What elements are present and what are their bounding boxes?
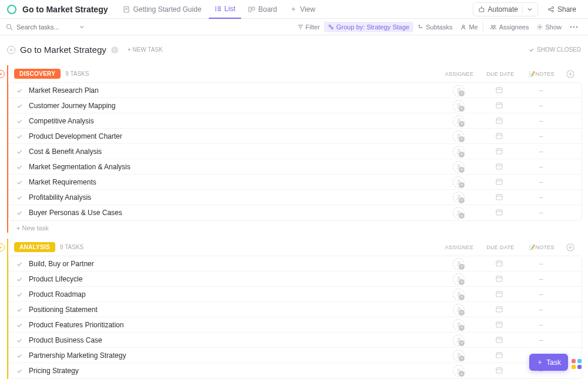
task-row[interactable]: Market Research Plan– <box>9 83 582 98</box>
due-date-cell[interactable] <box>479 208 520 217</box>
notes-cell[interactable]: – <box>520 336 562 344</box>
assignee-cell[interactable] <box>438 334 479 346</box>
due-date-cell[interactable] <box>479 193 520 202</box>
assignees-button[interactable]: Assignees <box>486 22 533 32</box>
tab-board[interactable]: Board <box>242 0 283 19</box>
subtasks-button[interactable]: Subtasks <box>413 22 456 32</box>
check-icon[interactable] <box>16 260 23 267</box>
group-label[interactable]: DISCOVERY <box>14 69 61 79</box>
check-icon[interactable] <box>16 194 23 201</box>
check-icon[interactable] <box>16 133 23 140</box>
notes-cell[interactable]: – <box>520 321 562 329</box>
task-row[interactable]: Product Roadmap– <box>9 287 582 302</box>
task-row[interactable]: Product Development Charter– <box>9 129 582 144</box>
notes-cell[interactable]: – <box>520 86 562 95</box>
check-icon[interactable] <box>16 163 23 170</box>
task-row[interactable]: Customer Journey Mapping– <box>9 98 582 113</box>
task-row[interactable]: Market Segmentation & Analysis– <box>9 159 582 175</box>
app-logo[interactable] <box>7 5 16 14</box>
task-row[interactable]: Product Lifecycle– <box>9 271 582 287</box>
search-input[interactable] <box>16 24 75 31</box>
check-icon[interactable] <box>16 209 23 216</box>
task-row[interactable]: Positioning Statement– <box>9 302 582 317</box>
assignee-cell[interactable] <box>438 192 479 203</box>
due-date-cell[interactable] <box>479 259 520 269</box>
notes-cell[interactable]: – <box>520 132 562 140</box>
assignee-cell[interactable] <box>438 176 479 188</box>
assignee-cell[interactable] <box>438 85 479 96</box>
new-task-row[interactable]: + New task <box>8 221 582 233</box>
more-button[interactable] <box>566 24 582 30</box>
group-collapse-caret[interactable] <box>0 243 5 251</box>
assignee-cell[interactable] <box>438 258 479 270</box>
assignee-cell[interactable] <box>438 100 479 112</box>
due-date-cell[interactable] <box>479 162 520 172</box>
task-row[interactable]: Cost & Benefit Analysis– <box>9 144 582 159</box>
show-closed-button[interactable]: SHOW CLOSED <box>529 46 581 53</box>
check-icon[interactable] <box>16 337 23 344</box>
col-due-date[interactable]: DUE DATE <box>480 244 521 250</box>
collapse-caret[interactable] <box>7 46 15 54</box>
group-collapse-caret[interactable] <box>0 70 5 78</box>
due-date-cell[interactable] <box>479 305 520 314</box>
notes-cell[interactable]: – <box>520 163 562 171</box>
group-by-button[interactable]: Group by: Strategy Stage <box>324 22 413 32</box>
new-task-link[interactable]: + NEW TASK <box>128 46 163 53</box>
assignee-cell[interactable] <box>438 130 479 142</box>
check-icon[interactable] <box>16 87 23 94</box>
due-date-cell[interactable] <box>479 366 520 375</box>
task-row[interactable]: Build, Buy or Partner– <box>9 256 582 271</box>
notes-cell[interactable]: – <box>520 147 562 156</box>
col-assignee[interactable]: ASSIGNEE <box>439 71 480 77</box>
col-notes[interactable]: 📝NOTES <box>521 71 562 77</box>
task-row[interactable]: Profitability Analysis– <box>9 190 582 205</box>
check-icon[interactable] <box>16 291 23 298</box>
col-due-date[interactable]: DUE DATE <box>480 71 521 77</box>
notes-cell[interactable]: – <box>520 178 562 186</box>
col-assignee[interactable]: ASSIGNEE <box>439 244 480 250</box>
due-date-cell[interactable] <box>479 132 520 141</box>
check-icon[interactable] <box>16 276 23 283</box>
task-row[interactable]: Partnership Marketing Strategy– <box>9 348 582 363</box>
assignee-cell[interactable] <box>438 350 479 361</box>
add-column-button[interactable] <box>562 243 579 251</box>
tab-list[interactable]: List <box>209 0 242 19</box>
task-row[interactable]: Pricing Strategy– <box>9 363 582 378</box>
me-button[interactable]: Me <box>456 22 483 32</box>
check-icon[interactable] <box>16 352 23 359</box>
tab-getting-started[interactable]: Getting Started Guide <box>117 0 207 19</box>
due-date-cell[interactable] <box>479 86 520 95</box>
notes-cell[interactable]: – <box>520 260 562 268</box>
notes-cell[interactable]: – <box>520 290 562 298</box>
group-label[interactable]: ANALYSIS <box>14 242 55 252</box>
filter-button[interactable]: Filter <box>293 22 324 32</box>
assignee-cell[interactable] <box>438 365 479 377</box>
assignee-cell[interactable] <box>438 146 479 157</box>
assignee-cell[interactable] <box>438 161 479 173</box>
show-button[interactable]: Show <box>533 22 566 32</box>
automate-button[interactable]: Automate <box>473 2 538 16</box>
assignee-cell[interactable] <box>438 115 479 127</box>
due-date-cell[interactable] <box>479 177 520 187</box>
chevron-down-icon[interactable] <box>79 24 85 30</box>
check-icon[interactable] <box>16 321 23 328</box>
due-date-cell[interactable] <box>479 101 520 110</box>
notes-cell[interactable]: – <box>520 102 562 110</box>
check-icon[interactable] <box>16 148 23 155</box>
add-column-button[interactable] <box>562 70 579 78</box>
col-notes[interactable]: 📝NOTES <box>521 244 562 250</box>
new-task-fab[interactable]: ＋ Task <box>529 354 568 371</box>
assignee-cell[interactable] <box>438 319 479 331</box>
check-icon[interactable] <box>16 367 23 374</box>
due-date-cell[interactable] <box>479 320 520 330</box>
app-launcher-fab[interactable] <box>572 359 582 370</box>
tab-add-view[interactable]: ＋ View <box>284 0 321 19</box>
assignee-cell[interactable] <box>438 289 479 300</box>
check-icon[interactable] <box>16 118 23 125</box>
assignee-cell[interactable] <box>438 304 479 316</box>
check-icon[interactable] <box>16 102 23 109</box>
task-row[interactable]: Product Business Case– <box>9 333 582 348</box>
assignee-cell[interactable] <box>438 273 479 285</box>
due-date-cell[interactable] <box>479 351 520 360</box>
notes-cell[interactable]: – <box>520 117 562 125</box>
